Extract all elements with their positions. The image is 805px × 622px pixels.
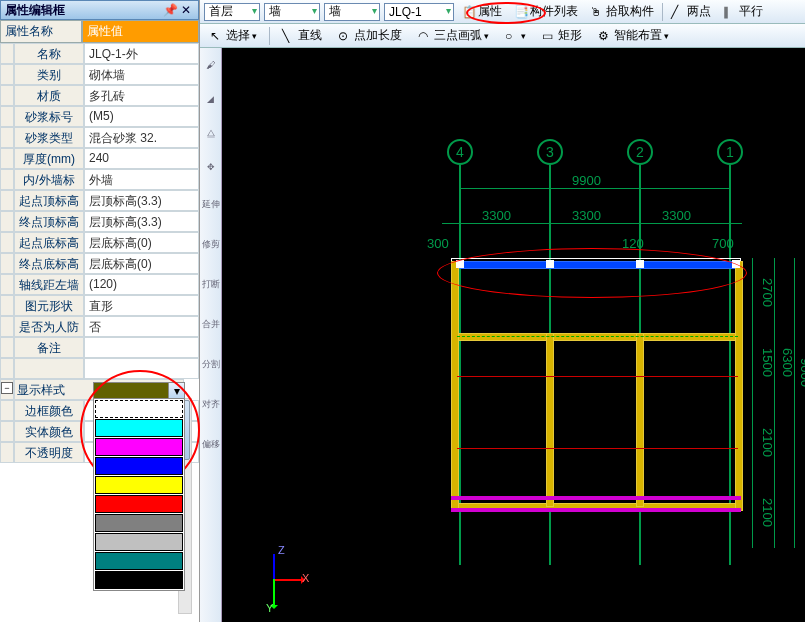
component-select[interactable]: JLQ-1 [384,3,454,21]
two-point-button[interactable]: ╱两点 [667,3,715,20]
mirror-tool[interactable]: ⧋ [202,120,220,146]
current-color-swatch [94,383,168,398]
prop-value[interactable]: 层底标高(0) [84,232,199,253]
dim-300: 300 [427,236,449,251]
prop-value[interactable]: 直形 [84,295,199,316]
color-dropdown[interactable] [93,398,185,591]
prop-label: 边框颜色 [14,400,84,421]
dim-2700: 2700 [760,278,775,307]
grid-bubble-1: 1 [717,139,743,165]
pin-icon[interactable]: 📌 [162,2,178,18]
prop-label: 内/外墙标 [14,169,84,190]
prop-row[interactable]: 备注 [0,337,199,358]
dim-3300b: 3300 [572,208,601,223]
prop-value[interactable]: 外墙 [84,169,199,190]
wall-v-left [451,261,459,511]
side-tool[interactable]: 对齐 [202,388,220,420]
prop-row[interactable]: 砂浆类型混合砂浆 32. [0,127,199,148]
color-swatch[interactable] [95,571,183,589]
grid-bubble-3: 3 [537,139,563,165]
color-swatch[interactable] [95,533,183,551]
prop-value[interactable]: 否 [84,316,199,337]
ellipse-icon: ○ [505,29,519,43]
dim-3300c: 3300 [662,208,691,223]
prop-value[interactable]: JLQ-1-外 [84,43,199,64]
ellipse-tool[interactable]: ○▾ [501,29,530,43]
rect-tool[interactable]: ▭矩形 [538,27,586,44]
prop-row[interactable]: 终点底标高层底标高(0) [0,253,199,274]
color-swatch[interactable] [95,400,183,418]
color-swatch[interactable] [95,514,183,532]
prop-value[interactable]: 层顶标高(3.3) [84,190,199,211]
prop-value[interactable]: 层底标高(0) [84,253,199,274]
prop-label: 轴线距左墙 [14,274,84,295]
dim-9000: 9000 [798,358,805,387]
line-tool[interactable]: ╲直线 [278,27,326,44]
prop-row[interactable]: 名称JLQ-1-外 [0,43,199,64]
prop-row[interactable]: 是否为人防否 [0,316,199,337]
category2-select[interactable]: 墙 [324,3,380,21]
dim-9900: 9900 [572,173,601,188]
prop-row[interactable]: 类别砌体墙 [0,64,199,85]
component-list-button[interactable]: 📑构件列表 [510,3,582,20]
prop-row[interactable]: 厚度(mm)240 [0,148,199,169]
parallel-icon: ∥ [723,5,737,19]
prop-value[interactable]: 砌体墙 [84,64,199,85]
grid-bubble-4: 4 [447,139,473,165]
arc3-tool[interactable]: ◠三点画弧▾ [414,27,493,44]
eraser-tool[interactable]: ◢ [202,86,220,112]
prop-value[interactable]: 多孔砖 [84,85,199,106]
drawing-canvas[interactable]: 4 3 2 1 9900 3300 3300 3300 300 120 700 [222,48,805,622]
beam-bottom1 [451,496,741,500]
prop-value[interactable]: (120) [84,274,199,295]
arc-icon: ◠ [418,29,432,43]
brush-tool[interactable]: 🖌 [202,52,220,78]
side-tool[interactable]: 合并 [202,308,220,340]
prop-label: 终点底标高 [14,253,84,274]
prop-label: 材质 [14,85,84,106]
color-swatch[interactable] [95,438,183,456]
prop-value[interactable]: 层顶标高(3.3) [84,211,199,232]
wall-v-mid2 [636,333,644,507]
prop-row[interactable]: 起点底标高层底标高(0) [0,232,199,253]
prop-label: 砂浆类型 [14,127,84,148]
layer-select[interactable]: 首层 [204,3,260,21]
props-button[interactable]: 📋属性 [458,3,506,20]
chevron-down-icon[interactable]: ▾ [168,383,184,398]
color-swatch[interactable] [95,476,183,494]
prop-label: 起点顶标高 [14,190,84,211]
prop-value[interactable]: (M5) [84,106,199,127]
prop-row[interactable]: 图元形状直形 [0,295,199,316]
side-tool[interactable]: 延伸 [202,188,220,220]
side-tool[interactable]: 打断 [202,268,220,300]
side-tool[interactable]: 修剪 [202,228,220,260]
axis-gizmo: X Y Z [238,534,308,604]
point-extend-tool[interactable]: ⊙点加长度 [334,27,406,44]
prop-row[interactable]: 轴线距左墙(120) [0,274,199,295]
prop-row[interactable]: 终点顶标高层顶标高(3.3) [0,211,199,232]
smart-layout-tool[interactable]: ⚙智能布置▾ [594,27,673,44]
side-tool[interactable]: 分割 [202,348,220,380]
select-tool[interactable]: ↖选择▾ [206,27,261,44]
color-select-current[interactable]: ▾ [93,382,185,399]
dim-6300: 6300 [780,348,795,377]
prop-row[interactable]: 内/外墙标外墙 [0,169,199,190]
prop-row[interactable]: 材质多孔砖 [0,85,199,106]
parallel-button[interactable]: ∥平行 [719,3,767,20]
color-swatch[interactable] [95,552,183,570]
color-swatch[interactable] [95,457,183,475]
close-icon[interactable]: ✕ [178,2,194,18]
prop-value[interactable] [84,337,199,358]
pick-component-button[interactable]: 🖱拾取构件 [586,3,658,20]
side-tool[interactable]: 偏移 [202,428,220,460]
prop-value[interactable]: 混合砂浆 32. [84,127,199,148]
prop-label: 图元形状 [14,295,84,316]
prop-row[interactable]: 起点顶标高层顶标高(3.3) [0,190,199,211]
color-swatch[interactable] [95,419,183,437]
move-tool[interactable]: ✥ [202,154,220,180]
color-swatch[interactable] [95,495,183,513]
prop-row[interactable]: 砂浆标号(M5) [0,106,199,127]
prop-value[interactable]: 240 [84,148,199,169]
category1-select[interactable]: 墙 [264,3,320,21]
pick-icon: 🖱 [590,5,604,19]
